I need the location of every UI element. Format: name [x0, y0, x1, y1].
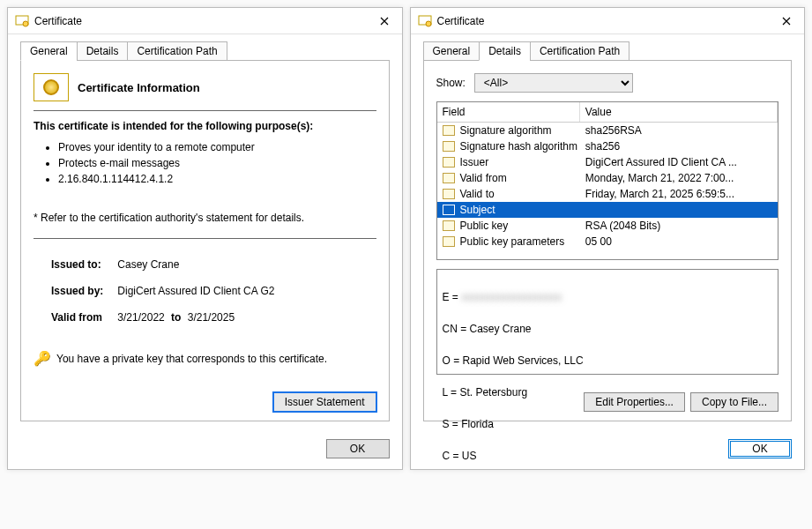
tabs: General Details Certification Path	[423, 41, 793, 61]
certificate-icon	[15, 14, 29, 28]
private-key-note: You have a private key that corresponds …	[56, 353, 327, 365]
key-icon: 🔑	[34, 350, 51, 367]
field-value: Friday, March 21, 2025 6:59:5...	[580, 186, 778, 202]
field-icon	[443, 236, 455, 247]
field-icon	[443, 189, 455, 199]
field-value: DigiCert Assured ID Client CA ...	[580, 154, 778, 170]
field-name: Signature hash algorithm	[460, 140, 577, 153]
ok-button[interactable]: OK	[728, 439, 792, 458]
field-icon	[443, 141, 455, 152]
field-name: Issuer	[460, 156, 489, 168]
tabpanel-general: Certificate Information This certificate…	[20, 60, 390, 421]
tabpanel-details: Show: <All> Field Value Signature algori…	[423, 60, 793, 421]
close-button[interactable]	[772, 9, 801, 34]
field-icon	[443, 125, 455, 136]
detail-text-box: E = xxxxxxxxxxxxxxxxxxx CN = Casey Crane…	[436, 269, 779, 375]
field-name: Public key	[460, 220, 509, 232]
certificate-dialog-general: Certificate General Details Certificatio…	[7, 7, 403, 470]
tab-details[interactable]: Details	[479, 41, 531, 61]
field-value: sha256RSA	[580, 123, 778, 138]
close-button[interactable]	[370, 9, 399, 34]
close-icon	[782, 17, 791, 26]
ok-button[interactable]: OK	[326, 439, 390, 458]
field-row[interactable]: Signature algorithmsha256RSA	[437, 123, 778, 138]
issued-to-label: Issued to:	[51, 258, 115, 271]
show-label: Show:	[436, 77, 466, 89]
tab-general[interactable]: General	[20, 41, 78, 61]
subject-e-label: E =	[443, 291, 462, 303]
issued-by-label: Issued by:	[51, 285, 115, 297]
field-icon	[443, 205, 455, 215]
col-header-value[interactable]: Value	[580, 102, 778, 122]
purpose-item: Proves your identity to a remote compute…	[58, 139, 376, 155]
edit-properties-button[interactable]: Edit Properties...	[584, 392, 685, 412]
subject-cn: CN = Casey Crane	[443, 321, 773, 337]
show-select[interactable]: <All>	[474, 73, 633, 93]
certificate-badge-icon	[34, 73, 69, 101]
field-name: Valid to	[460, 188, 495, 200]
issued-to-value: Casey Crane	[117, 258, 179, 271]
field-row[interactable]: Public keyRSA (2048 Bits)	[437, 218, 778, 234]
titlebar: Certificate	[8, 8, 402, 34]
purpose-heading: This certificate is intended for the fol…	[34, 120, 376, 132]
valid-to-value: 3/21/2025	[188, 311, 235, 324]
window-title: Certificate	[437, 15, 773, 27]
field-row[interactable]: Public key parameters05 00	[437, 234, 778, 250]
field-name: Valid from	[460, 172, 507, 184]
field-value: RSA (2048 Bits)	[580, 218, 778, 234]
svg-point-1	[23, 21, 28, 26]
col-header-field[interactable]: Field	[437, 102, 580, 122]
subject-o: O = Rapid Web Services, LLC	[443, 353, 773, 369]
field-row[interactable]: Valid toFriday, March 21, 2025 6:59:5...	[437, 186, 778, 202]
certificate-dialog-details: Certificate General Details Certificatio…	[410, 7, 806, 470]
valid-from-label: Valid from	[51, 311, 115, 324]
issued-by-value: DigiCert Assured ID Client CA G2	[117, 285, 274, 297]
certificate-icon	[418, 14, 432, 28]
field-name: Public key parameters	[460, 235, 565, 248]
field-name: Signature algorithm	[460, 124, 552, 137]
field-row[interactable]: IssuerDigiCert Assured ID Client CA ...	[437, 154, 778, 170]
window-title: Certificate	[34, 15, 370, 27]
purpose-item: Protects e-mail messages	[58, 155, 376, 171]
field-value	[580, 202, 778, 218]
valid-from-value: 3/21/2022	[117, 311, 164, 324]
field-value: 05 00	[580, 234, 778, 250]
field-value: sha256	[580, 138, 778, 154]
issuer-statement-button[interactable]: Issuer Statement	[273, 392, 376, 412]
field-row[interactable]: Signature hash algorithmsha256	[437, 138, 778, 154]
field-value: Monday, March 21, 2022 7:00...	[580, 170, 778, 186]
field-icon	[443, 173, 455, 183]
field-row[interactable]: Subject	[437, 202, 778, 218]
field-row[interactable]: Valid fromMonday, March 21, 2022 7:00...	[437, 170, 778, 186]
certificate-info-title: Certificate Information	[78, 81, 200, 94]
field-icon	[443, 157, 455, 168]
purpose-list: Proves your identity to a remote compute…	[58, 139, 376, 187]
close-icon	[380, 17, 389, 26]
subject-e-masked: xxxxxxxxxxxxxxxxxxx	[461, 291, 562, 303]
tab-details[interactable]: Details	[77, 41, 129, 61]
field-icon	[443, 220, 455, 231]
purpose-item: 2.16.840.1.114412.4.1.2	[58, 171, 376, 187]
tabs: General Details Certification Path	[20, 41, 390, 61]
tab-certification-path[interactable]: Certification Path	[530, 41, 629, 61]
titlebar: Certificate	[411, 8, 805, 34]
tab-certification-path[interactable]: Certification Path	[127, 41, 227, 61]
tab-general[interactable]: General	[423, 41, 480, 61]
field-name: Subject	[460, 204, 495, 216]
refer-note: * Refer to the certification authority's…	[34, 212, 376, 224]
fields-header: Field Value	[437, 102, 778, 123]
svg-point-3	[426, 21, 431, 26]
valid-to-sep: to	[171, 311, 181, 324]
fields-listview[interactable]: Field Value Signature algorithmsha256RSA…	[436, 101, 779, 260]
copy-to-file-button[interactable]: Copy to File...	[690, 392, 778, 412]
